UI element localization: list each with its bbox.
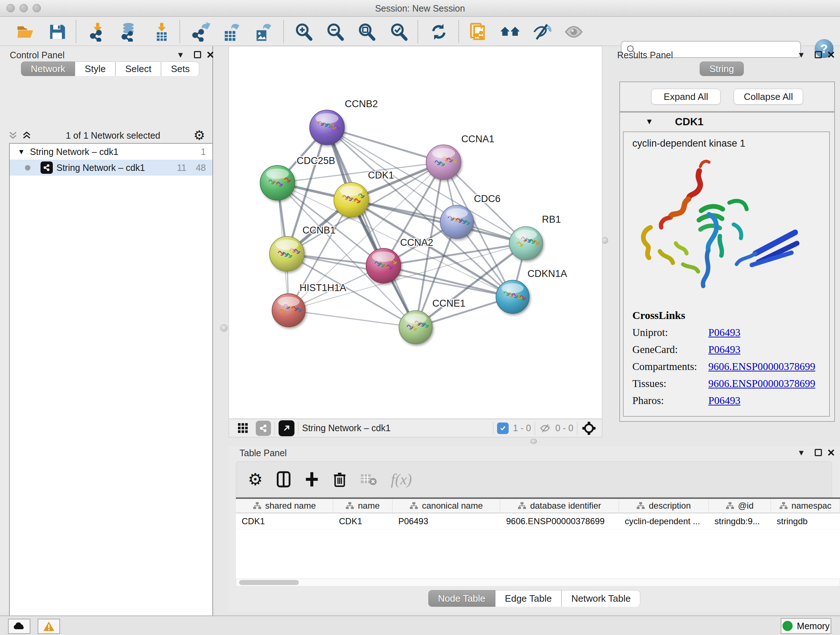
eye-icon[interactable] bbox=[564, 22, 584, 42]
tab-edge-table[interactable]: Edge Table bbox=[495, 590, 562, 607]
gear-icon[interactable]: ⚙ bbox=[248, 470, 263, 489]
memory-button[interactable]: Memory bbox=[781, 618, 831, 634]
table-panel-close-icon[interactable]: ✕ bbox=[827, 447, 835, 459]
clear-table-icon[interactable] bbox=[360, 472, 377, 486]
network-row[interactable]: String Network – cdk1 11 48 bbox=[10, 160, 212, 176]
zoom-out-icon[interactable] bbox=[325, 22, 346, 42]
column-header-name[interactable]: name bbox=[333, 499, 393, 513]
detach-view-icon[interactable] bbox=[279, 420, 294, 436]
save-session-icon[interactable] bbox=[47, 22, 67, 42]
node-CCNA1[interactable] bbox=[426, 145, 461, 180]
table-cell[interactable]: stringdb:9... bbox=[709, 513, 771, 529]
expand-all-icon[interactable] bbox=[22, 131, 33, 140]
table-panel-float-icon[interactable] bbox=[815, 449, 822, 456]
crosslink-value-link[interactable]: 9606.ENSP00000378699 bbox=[708, 378, 815, 390]
table-cell[interactable]: stringdb bbox=[771, 513, 840, 529]
zoom-selected-icon[interactable] bbox=[389, 22, 409, 42]
node-section-header[interactable]: ▼ CDK1 bbox=[620, 112, 834, 131]
tab-sets[interactable]: Sets bbox=[161, 62, 199, 76]
column-header-namespac[interactable]: namespac bbox=[771, 499, 840, 513]
node-CCNB1[interactable] bbox=[270, 236, 304, 271]
tab-select[interactable]: Select bbox=[115, 62, 161, 76]
column-header-description[interactable]: description bbox=[619, 499, 709, 513]
open-session-icon[interactable] bbox=[15, 22, 35, 42]
node-CDC6[interactable] bbox=[440, 205, 474, 239]
warning-button[interactable] bbox=[38, 619, 60, 634]
column-header--id[interactable]: @id bbox=[709, 499, 771, 513]
tab-style[interactable]: Style bbox=[75, 62, 115, 76]
edge-CDK1-RB1[interactable] bbox=[351, 200, 526, 243]
gear-icon[interactable]: ⚙ bbox=[194, 128, 205, 143]
node-HIST1H1A[interactable] bbox=[272, 294, 305, 327]
table-cell[interactable]: CDK1 bbox=[236, 513, 333, 529]
tab-network[interactable]: Network bbox=[21, 62, 75, 76]
control-panel-float-icon[interactable] bbox=[194, 51, 201, 58]
table-cell[interactable]: CDK1 bbox=[333, 513, 393, 529]
tab-string[interactable]: String bbox=[699, 62, 744, 76]
share-view-icon[interactable] bbox=[256, 421, 271, 436]
node-CDKN1A[interactable] bbox=[496, 280, 529, 314]
export-network-icon[interactable] bbox=[191, 22, 211, 42]
refresh-icon[interactable] bbox=[429, 22, 449, 42]
edge-CCNB2-CCNA1[interactable] bbox=[327, 127, 444, 162]
grid-view-icon[interactable] bbox=[237, 422, 249, 434]
table-cell[interactable]: P06493 bbox=[393, 513, 500, 529]
column-header-shared-name[interactable]: shared name bbox=[236, 499, 333, 513]
edge-HIST1H1A-CCNE1[interactable] bbox=[289, 310, 416, 327]
export-table-icon[interactable] bbox=[220, 22, 240, 42]
add-column-icon[interactable] bbox=[305, 471, 319, 488]
table-panel-menu-icon[interactable]: ▼ bbox=[797, 448, 805, 458]
selected-checkbox-icon[interactable] bbox=[497, 423, 508, 434]
crosslink-value-link[interactable]: P06493 bbox=[708, 326, 741, 339]
control-panel-menu-icon[interactable]: ▼ bbox=[177, 50, 185, 60]
scrollbar-thumb[interactable] bbox=[239, 580, 299, 585]
delete-column-icon[interactable] bbox=[333, 471, 347, 488]
crosslink-value-link[interactable]: P06493 bbox=[708, 344, 741, 356]
results-panel-float-icon[interactable] bbox=[815, 51, 822, 58]
cloud-button[interactable] bbox=[8, 619, 30, 634]
node-CDC25B[interactable] bbox=[260, 165, 295, 200]
zoom-in-icon[interactable] bbox=[294, 22, 314, 42]
import-table-file-icon[interactable] bbox=[152, 22, 172, 42]
function-builder-icon[interactable]: f(x) bbox=[391, 470, 412, 488]
node-CDK1[interactable] bbox=[334, 182, 369, 217]
hidden-eye-slash-icon[interactable] bbox=[538, 423, 552, 434]
horizontal-splitter-grip[interactable] bbox=[531, 439, 537, 444]
import-network-file-icon[interactable] bbox=[88, 22, 108, 42]
node-RB1[interactable] bbox=[509, 226, 543, 260]
table-cell[interactable]: cyclin-dependent ... bbox=[619, 513, 709, 529]
fit-content-icon[interactable] bbox=[357, 22, 377, 42]
results-panel-close-icon[interactable]: ✕ bbox=[827, 49, 835, 61]
tab-node-table[interactable]: Node Table bbox=[428, 590, 495, 607]
node-CCNB2[interactable] bbox=[309, 110, 344, 145]
node-CCNA2[interactable] bbox=[366, 249, 401, 283]
collapse-all-icon[interactable] bbox=[8, 131, 19, 140]
tab-network-table[interactable]: Network Table bbox=[561, 590, 640, 607]
import-network-database-icon[interactable] bbox=[118, 22, 139, 42]
results-panel-menu-icon[interactable]: ▼ bbox=[797, 50, 805, 60]
column-header-canonical-name[interactable]: canonical name bbox=[393, 499, 500, 513]
clone-network-icon[interactable] bbox=[468, 22, 488, 42]
table-horizontal-scrollbar[interactable] bbox=[236, 578, 840, 586]
expand-all-button[interactable]: Expand All bbox=[651, 89, 721, 105]
eye-slash-icon[interactable] bbox=[532, 22, 553, 42]
left-splitter-grip[interactable] bbox=[220, 325, 227, 332]
network-graph[interactable]: CCNB2CCNA1CDC25BCDK1CDC6RB1CCNB1CCNA2CDK… bbox=[229, 46, 602, 418]
birds-eye-view-icon[interactable] bbox=[581, 420, 597, 436]
control-panel-close-icon[interactable]: ✕ bbox=[206, 49, 215, 61]
network-canvas[interactable]: CCNB2CCNA1CDC25BCDK1CDC6RB1CCNB1CCNA2CDK… bbox=[229, 46, 602, 419]
collapse-all-button[interactable]: Collapse All bbox=[734, 89, 803, 105]
crosslink-value-link[interactable]: 9606.ENSP00000378699 bbox=[708, 361, 815, 372]
edge-CCNB2-CCNE1[interactable] bbox=[327, 127, 416, 327]
section-caret-icon[interactable]: ▼ bbox=[645, 117, 653, 126]
crosslink-value-link[interactable]: P06493 bbox=[708, 394, 741, 407]
node-CCNE1[interactable] bbox=[399, 310, 432, 344]
network-collection-row[interactable]: ▼ String Network – cdk1 1 bbox=[10, 144, 212, 160]
double-house-icon[interactable] bbox=[500, 22, 521, 42]
table-row[interactable]: CDK1CDK1P064939606.ENSP00000378699cyclin… bbox=[236, 513, 840, 529]
node-table[interactable]: shared namenamecanonical namedatabase id… bbox=[236, 497, 840, 578]
column-header-database-identifier[interactable]: database identifier bbox=[500, 499, 619, 513]
table-cell[interactable]: 9606.ENSP00000378699 bbox=[500, 513, 619, 529]
export-image-icon[interactable] bbox=[252, 22, 272, 42]
columns-icon[interactable] bbox=[276, 471, 291, 488]
